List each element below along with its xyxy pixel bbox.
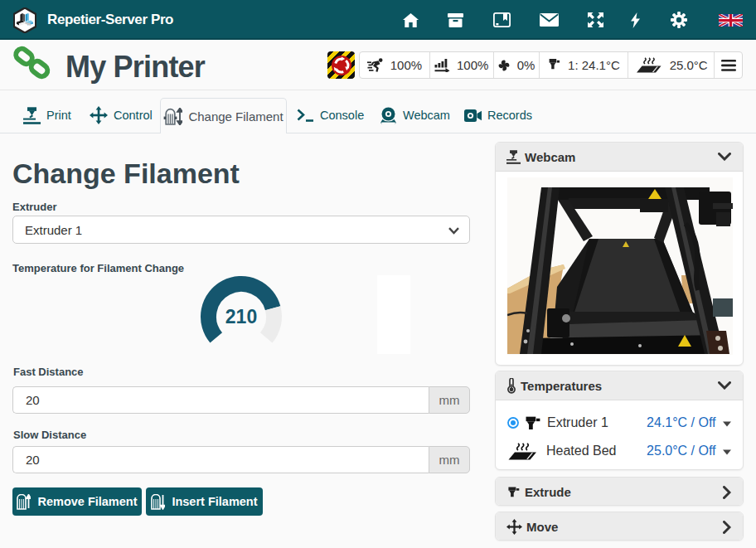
svg-text:210: 210 <box>225 306 257 327</box>
